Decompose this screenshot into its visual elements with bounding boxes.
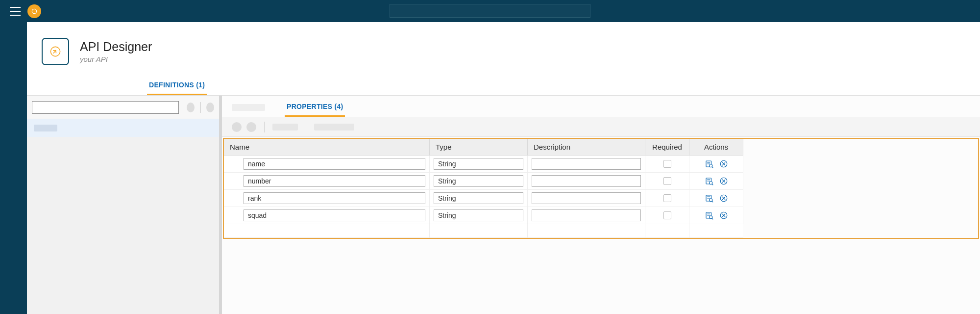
svg-line-22 <box>712 201 713 202</box>
cell-required <box>645 173 689 190</box>
toolbar-action-2[interactable] <box>206 103 214 112</box>
property-type-input[interactable] <box>434 158 523 170</box>
svg-point-5 <box>709 164 712 167</box>
cell-name <box>224 190 430 207</box>
cell-actions <box>689 190 743 207</box>
divider <box>200 102 201 113</box>
definitions-pane <box>27 96 222 314</box>
tab-placeholder[interactable] <box>232 104 265 111</box>
cell-required <box>645 156 689 173</box>
empty-cell <box>689 224 743 238</box>
global-search-input[interactable] <box>390 4 590 18</box>
svg-point-21 <box>709 199 712 202</box>
divider <box>264 122 265 132</box>
page-frame: API Designer your API DEFINITIONS (1) PR… <box>27 22 980 314</box>
property-name-input[interactable] <box>244 175 425 187</box>
property-type-input[interactable] <box>434 209 523 221</box>
definition-name-placeholder <box>34 125 57 131</box>
required-checkbox[interactable] <box>663 211 671 219</box>
delete-icon[interactable] <box>719 177 728 185</box>
property-type-input[interactable] <box>434 192 523 204</box>
badge-circle-icon <box>31 8 38 15</box>
cell-description <box>528 190 645 207</box>
property-name-input[interactable] <box>244 209 425 221</box>
delete-icon[interactable] <box>719 211 728 220</box>
cell-required <box>645 207 689 224</box>
view-details-icon[interactable] <box>705 159 713 168</box>
svg-point-13 <box>709 182 712 184</box>
property-name-input[interactable] <box>244 158 425 170</box>
col-header-type: Type <box>430 139 528 156</box>
cell-name <box>224 173 430 190</box>
cell-description <box>528 173 645 190</box>
app-badge[interactable] <box>27 4 41 18</box>
workspace: PROPERTIES (4) Name Type Description Req… <box>27 96 980 314</box>
required-checkbox[interactable] <box>663 194 671 202</box>
required-checkbox[interactable] <box>663 160 671 168</box>
col-header-name: Name <box>224 139 430 156</box>
property-description-input[interactable] <box>532 158 641 170</box>
property-name-input[interactable] <box>244 192 425 204</box>
menu-icon[interactable] <box>10 7 21 16</box>
definitions-search-input[interactable] <box>32 101 179 114</box>
cell-name <box>224 207 430 224</box>
svg-line-6 <box>712 167 713 168</box>
cell-actions <box>689 207 743 224</box>
view-details-icon[interactable] <box>705 177 713 185</box>
top-bar <box>0 0 980 22</box>
api-icon <box>42 38 69 65</box>
view-details-icon[interactable] <box>705 194 713 203</box>
cell-type <box>430 173 528 190</box>
prop-tool-placeholder-2[interactable] <box>314 124 354 131</box>
properties-toolbar <box>222 117 980 137</box>
toolbar-action-1[interactable] <box>187 103 195 112</box>
cell-type <box>430 207 528 224</box>
page-title: API Designer <box>80 40 152 54</box>
page-subtitle: your API <box>80 55 152 63</box>
cell-description <box>528 156 645 173</box>
prop-tool-1[interactable] <box>232 122 242 132</box>
property-description-input[interactable] <box>532 192 641 204</box>
svg-point-29 <box>709 216 712 219</box>
tab-definitions[interactable]: DEFINITIONS (1) <box>147 76 207 95</box>
property-type-input[interactable] <box>434 175 523 187</box>
empty-cell <box>528 224 645 238</box>
col-header-actions: Actions <box>689 139 743 156</box>
definitions-toolbar <box>27 96 219 119</box>
cell-description <box>528 207 645 224</box>
properties-table: Name Type Description Required Actions <box>223 138 979 239</box>
view-details-icon[interactable] <box>705 211 713 220</box>
cell-type <box>430 156 528 173</box>
svg-line-14 <box>712 184 713 185</box>
cell-actions <box>689 173 743 190</box>
delete-icon[interactable] <box>719 194 728 203</box>
properties-tabbar: PROPERTIES (4) <box>222 96 980 117</box>
cell-actions <box>689 156 743 173</box>
page-header: API Designer your API <box>27 22 980 76</box>
property-description-input[interactable] <box>532 209 641 221</box>
cell-required <box>645 190 689 207</box>
svg-line-30 <box>712 218 713 219</box>
prop-tool-2[interactable] <box>246 122 256 132</box>
cell-name <box>224 156 430 173</box>
property-description-input[interactable] <box>532 175 641 187</box>
main-tabbar: DEFINITIONS (1) <box>27 76 980 96</box>
prop-tool-placeholder-1[interactable] <box>272 124 298 131</box>
empty-cell <box>645 224 689 238</box>
cell-type <box>430 190 528 207</box>
properties-pane: PROPERTIES (4) Name Type Description Req… <box>222 96 980 314</box>
divider <box>306 122 306 132</box>
col-header-description: Description <box>528 139 645 156</box>
svg-point-0 <box>32 9 36 13</box>
required-checkbox[interactable] <box>663 177 671 185</box>
tab-properties[interactable]: PROPERTIES (4) <box>285 98 345 117</box>
empty-cell <box>224 224 430 238</box>
empty-cell <box>430 224 528 238</box>
delete-icon[interactable] <box>719 159 728 168</box>
col-header-required: Required <box>645 139 689 156</box>
definition-list-item[interactable] <box>27 119 219 137</box>
